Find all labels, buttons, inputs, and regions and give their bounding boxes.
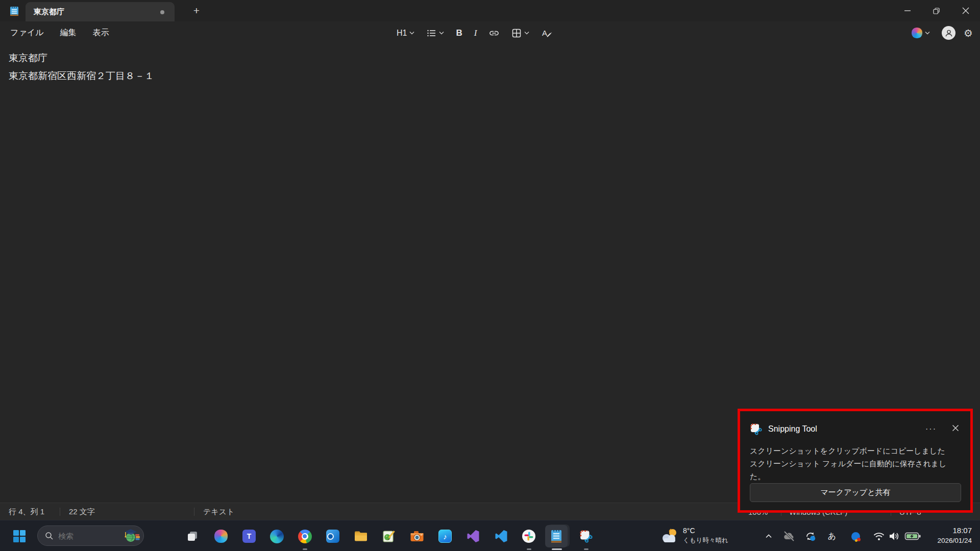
tray-profile-app-button[interactable]: [849, 530, 862, 542]
close-icon: [952, 424, 959, 432]
taskbar-visual-studio-button[interactable]: [466, 529, 480, 543]
bold-label: B: [456, 28, 462, 38]
snipping-tool-running-indicator: [584, 548, 589, 550]
tray-volume-button[interactable]: [888, 530, 900, 542]
markup-and-share-button[interactable]: マークアップと共有: [750, 483, 961, 502]
slack-icon: [522, 530, 535, 543]
image-editor-icon: [382, 530, 396, 543]
insert-link-button[interactable]: [485, 26, 503, 41]
divider: [60, 508, 60, 516]
cursor-position: 行 4、列 1: [9, 503, 44, 520]
notification-body: スクリーンショットをクリップボードにコピーしました スクリーンショット フォルダ…: [750, 444, 961, 483]
start-button[interactable]: [12, 529, 27, 543]
copilot-icon: [214, 530, 228, 543]
formatting-toolbar: H1 B I A: [393, 21, 556, 44]
bold-button[interactable]: B: [452, 26, 465, 41]
svg-text:A: A: [542, 29, 547, 37]
notification-close-button[interactable]: [950, 423, 961, 435]
tray-ime-mode-button[interactable]: あ: [826, 530, 838, 542]
taskbar-copilot-button[interactable]: [214, 529, 228, 543]
tab-tokyo-tocho[interactable]: 東京都庁: [26, 2, 175, 21]
link-icon: [488, 28, 500, 38]
minimize-button[interactable]: [893, 0, 922, 21]
taskbar-music-app-button[interactable]: ♪: [438, 529, 452, 543]
restore-icon: [933, 7, 940, 15]
taskbar-slack-button[interactable]: [522, 529, 536, 543]
taskbar-snipping-tool-button[interactable]: [579, 529, 593, 543]
notification-header: Snipping Tool ···: [750, 423, 961, 435]
search-input[interactable]: [58, 532, 123, 540]
notification-more-button[interactable]: ···: [918, 424, 944, 434]
outlook-icon: [326, 530, 339, 543]
italic-button[interactable]: I: [471, 26, 481, 41]
taskbar-outlook-button[interactable]: [326, 529, 340, 543]
tray-onedrive-paused-button[interactable]: [783, 530, 795, 542]
notepad-window-front-layer: [545, 525, 568, 547]
menu-view[interactable]: 表示: [87, 24, 115, 41]
clear-formatting-button[interactable]: A: [537, 26, 556, 41]
markup-and-share-label: マークアップと共有: [820, 488, 890, 497]
copilot-button[interactable]: [908, 25, 934, 41]
taskbar-screenshot-app-button[interactable]: [410, 529, 424, 543]
taskbar-edge-button[interactable]: [270, 529, 284, 543]
taskbar-weather-widget[interactable]: 8°C くもり時々晴れ: [660, 526, 728, 545]
snipping-tool-icon: [579, 530, 593, 543]
taskbar: T: [0, 520, 980, 551]
notepad-app-icon: [8, 5, 20, 17]
folder-icon: [354, 530, 368, 542]
person-icon: [944, 29, 953, 38]
gear-icon: ⚙: [964, 28, 973, 39]
copilot-icon: [912, 28, 922, 38]
taskbar-clock[interactable]: 18:07 2026/01/24: [937, 525, 972, 546]
notification-message-line2: スクリーンショット フォルダーに自動的に保存されました。: [750, 457, 961, 483]
tray-show-hidden-button[interactable]: [763, 530, 775, 542]
account-button[interactable]: [942, 26, 955, 40]
search-icon: [45, 532, 54, 540]
sync-icon: [804, 530, 817, 542]
list-icon: [426, 28, 436, 38]
weather-icon: [660, 527, 679, 544]
header-right-actions: ⚙: [908, 21, 973, 44]
taskbar-vscode-button[interactable]: [494, 529, 508, 543]
editor-line: 東京都新宿区西新宿２丁目８－１: [9, 67, 971, 85]
clock-date: 2026/01/24: [937, 536, 972, 546]
close-button[interactable]: [951, 0, 980, 21]
taskbar-search-box[interactable]: [37, 525, 144, 546]
visual-studio-icon: [467, 530, 480, 543]
task-view-button[interactable]: [185, 529, 200, 543]
weather-temperature: 8°C: [683, 526, 728, 536]
taskbar-image-editor-button[interactable]: [382, 529, 396, 543]
editor-area[interactable]: 東京都庁 東京都新宿区西新宿２丁目８－１: [9, 49, 971, 85]
taskbar-notepad-button-active[interactable]: [545, 524, 569, 548]
windows-logo-icon: [12, 529, 27, 543]
restore-button[interactable]: [922, 0, 951, 21]
menu-file[interactable]: ファイル: [4, 24, 50, 41]
insert-table-button[interactable]: [508, 26, 533, 41]
heading-style-button[interactable]: H1: [393, 26, 418, 40]
taskbar-chrome-button[interactable]: [298, 529, 312, 543]
teams-icon: T: [242, 530, 256, 543]
weather-condition: くもり時々晴れ: [683, 536, 728, 545]
wifi-icon: [873, 531, 885, 541]
new-tab-button[interactable]: +: [187, 2, 206, 20]
tray-wifi-button[interactable]: [873, 530, 885, 542]
notification-app-name: Snipping Tool: [768, 424, 912, 434]
chrome-icon: [298, 530, 312, 543]
menu-edit[interactable]: 編集: [54, 24, 83, 41]
desktop-screen: 東京都庁 + ファイル 編集 表示 H1: [0, 0, 980, 551]
profile-dot-icon: [851, 532, 860, 541]
list-style-button[interactable]: [423, 26, 448, 41]
tray-battery-button[interactable]: [904, 530, 921, 542]
music-note-icon: ♪: [438, 530, 452, 543]
chevron-down-icon: [409, 31, 414, 35]
snipping-tool-notification[interactable]: Snipping Tool ··· スクリーンショットをクリップボードにコピーし…: [738, 409, 973, 513]
slack-running-indicator: [527, 548, 531, 550]
search-highlight-image[interactable]: [123, 528, 140, 544]
chrome-running-indicator: [303, 548, 307, 550]
chevron-up-icon: [765, 534, 772, 539]
taskbar-teams-button[interactable]: T: [242, 529, 256, 543]
taskbar-file-explorer-button[interactable]: [354, 529, 368, 543]
settings-button[interactable]: ⚙: [964, 27, 973, 39]
notepad-icon: [550, 529, 563, 544]
tray-sync-update-button[interactable]: [804, 530, 817, 542]
